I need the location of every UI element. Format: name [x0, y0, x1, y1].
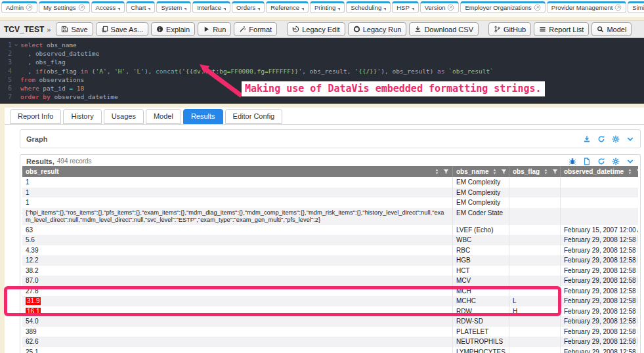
sort-icon[interactable] — [434, 169, 440, 175]
table-row[interactable]: 4.39RBCFebruary 29, 2008 12:58 PM — [22, 245, 638, 256]
graph-panel: Graph — [20, 129, 641, 148]
dropdown-caret-icon — [223, 8, 226, 10]
fold-spacer — [12, 58, 20, 66]
top-nav-tabs: AdminMy SettingsAccessChartSystemInterfa… — [0, 0, 644, 13]
tab-report-info[interactable]: Report Info — [10, 109, 61, 124]
tab-editor-config[interactable]: Editor Config — [225, 109, 283, 124]
nav-tab-my-settings[interactable]: My Settings — [39, 1, 90, 13]
popout-icon[interactable] — [534, 4, 541, 11]
table-row[interactable]: 38.2HCTFebruary 29, 2008 12:58 PM — [22, 266, 638, 276]
nav-tab-employer-organizations[interactable]: Employer Organizations — [460, 1, 545, 13]
github-button[interactable]: GitHub — [488, 22, 531, 36]
legacy-edit-button[interactable]: Legacy Edit — [287, 22, 345, 36]
refresh-icon[interactable] — [597, 135, 605, 143]
gear-icon[interactable] — [612, 157, 620, 165]
nav-tab-admin[interactable]: Admin — [1, 1, 37, 13]
column-header-label: obs_result — [26, 168, 59, 175]
run-button[interactable]: Run — [198, 22, 231, 36]
nav-tab-label: Provider Management — [551, 4, 612, 11]
table-row[interactable]: 389PLATELETFebruary 29, 2008 12:58 PM — [22, 327, 638, 337]
nav-tab-interface[interactable]: Interface — [192, 1, 230, 13]
model-button[interactable]: Model — [591, 22, 632, 36]
funnel-icon[interactable] — [636, 169, 638, 175]
cell-obs_result: 12.2 — [22, 255, 452, 266]
table-row[interactable]: 87.0MCVFebruary 29, 2008 12:58 PM — [22, 276, 638, 286]
tab-model[interactable]: Model — [146, 109, 181, 124]
line-number: 7 — [0, 93, 12, 101]
table-row[interactable]: 5.6WBCFebruary 29, 2008 12:58 PM — [22, 235, 638, 245]
chevron-down-icon[interactable] — [626, 157, 634, 165]
bug-icon[interactable] — [569, 157, 576, 165]
button-label: Save — [71, 26, 87, 33]
table-row[interactable]: 12.2HGBFebruary 29, 2008 12:58 PM — [22, 255, 638, 266]
fold-spacer — [12, 84, 20, 93]
report-name[interactable]: TCV_TEST — [4, 25, 44, 34]
tab-results[interactable]: Results — [183, 109, 223, 124]
table-row[interactable]: 54.0RDW-SDFebruary 29, 2008 12:58 PM — [22, 316, 638, 327]
cell-obs_result: 87.0 — [22, 276, 452, 286]
report-list-button[interactable]: Report List — [534, 22, 589, 36]
graph-panel-header[interactable]: Graph — [20, 130, 640, 148]
cell-obs_name: MCV — [452, 276, 509, 286]
cell-observed_datetime: February 29, 2008 12:58 PM — [560, 327, 638, 337]
nav-tab-version[interactable]: Version — [420, 1, 460, 13]
column-header-observed_datetime[interactable]: observed_datetime — [560, 166, 638, 177]
gear-icon[interactable] — [612, 135, 620, 143]
fold-spacer — [12, 67, 20, 75]
table-row[interactable]: {"hpi_items":{},"ros_items":{},"pfs_item… — [22, 208, 638, 225]
line-number: 5 — [0, 75, 12, 84]
nav-tab-system[interactable]: System — [156, 1, 191, 13]
nav-tab-scheduling[interactable]: Scheduling — [346, 1, 391, 13]
popout-icon[interactable] — [26, 4, 33, 11]
download-icon[interactable] — [583, 135, 591, 143]
table-row[interactable]: 63LVEF (Echo)February 15, 2007 12:00 AM — [22, 225, 638, 236]
column-header-obs_result[interactable]: obs_result — [22, 166, 452, 177]
table-row[interactable]: 62.6NEUTROPHILSFebruary 29, 2008 12:58 P… — [22, 337, 638, 347]
tab-usages[interactable]: Usages — [104, 109, 144, 124]
table-row[interactable]: 1EM Complexity — [22, 197, 638, 208]
cell-obs_name: EM Complexity — [452, 188, 509, 198]
table-row[interactable]: 1EM Complexity — [22, 188, 638, 198]
fold-chevron-icon[interactable] — [12, 41, 20, 49]
column-header-obs_flag[interactable]: obs_flag — [509, 166, 560, 177]
nav-tab-reference[interactable]: Reference — [266, 1, 309, 13]
nav-tab-provider-management[interactable]: Provider Management — [547, 1, 626, 13]
results-panel-header[interactable]: Results, 494 records — [20, 155, 640, 166]
sort-icon[interactable] — [492, 169, 498, 175]
save-button[interactable]: Save — [56, 22, 93, 36]
nav-tab-orders[interactable]: Orders — [232, 1, 265, 13]
annotation-text: Making use of DataVis embedded formattin… — [242, 81, 545, 96]
nav-tab-hsp[interactable]: HSP — [392, 1, 419, 13]
cell-obs_name: LYMPHOCYTES — [452, 347, 509, 353]
refresh-icon[interactable] — [597, 157, 605, 165]
download-csv-button[interactable]: Download CSV — [409, 22, 479, 36]
nav-tab-similar-exposure-groups-segs-[interactable]: Similar Exposure Groups (SEGs) — [628, 1, 644, 13]
cell-obs_name: PLATELET — [452, 327, 509, 337]
tab-history[interactable]: History — [63, 109, 101, 124]
table-row[interactable]: 25.1LYMPHOCYTESFebruary 29, 2008 12:58 P… — [22, 347, 638, 353]
toolbar: TCV_TEST » SaveSave As...ExplainRunForma… — [0, 20, 644, 38]
explain-button[interactable]: Explain — [151, 22, 195, 36]
column-header-obs_name[interactable]: obs_name — [452, 166, 509, 177]
nav-tab-chart[interactable]: Chart — [126, 1, 155, 13]
funnel-icon[interactable] — [443, 169, 449, 175]
funnel-icon[interactable] — [552, 169, 558, 175]
cell-obs_name: EM Complexity — [452, 197, 509, 208]
code-line: 4 , if(obs_flag in ('A', 'H', 'L'), conc… — [0, 67, 644, 75]
sort-icon[interactable] — [627, 169, 633, 175]
funnel-icon[interactable] — [501, 169, 507, 175]
sort-icon[interactable] — [543, 169, 549, 175]
format-button[interactable]: Format — [234, 22, 277, 36]
popout-icon[interactable] — [614, 4, 622, 11]
popout-icon[interactable] — [78, 4, 85, 11]
report-expand-chevron[interactable]: » — [47, 26, 51, 33]
nav-tab-printing[interactable]: Printing — [310, 1, 345, 13]
popout-icon[interactable] — [447, 4, 454, 11]
save-as--button[interactable]: Save As... — [96, 22, 149, 36]
file-icon[interactable] — [583, 157, 591, 165]
column-header-label: observed_datetime — [564, 168, 624, 175]
legacy-run-button[interactable]: Legacy Run — [348, 22, 407, 36]
chevron-down-icon[interactable] — [626, 135, 634, 143]
table-row[interactable]: 1EM Complexity — [22, 177, 638, 188]
nav-tab-access[interactable]: Access — [91, 1, 125, 13]
